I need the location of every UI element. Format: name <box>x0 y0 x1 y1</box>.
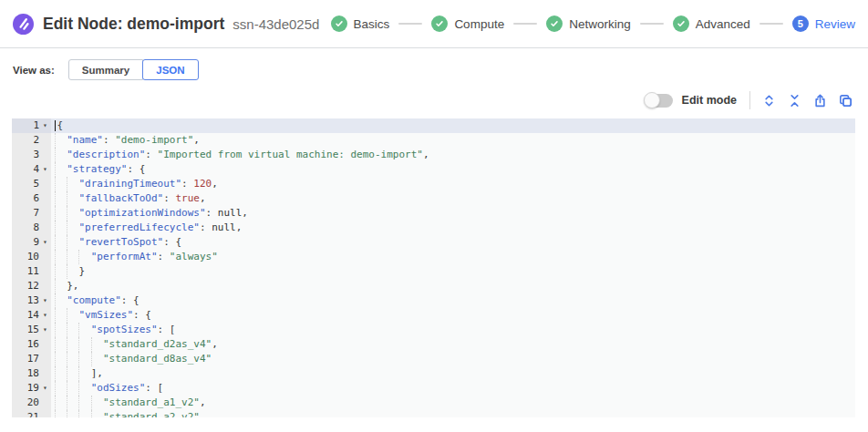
indent-guide <box>55 366 67 381</box>
token-punct: : <box>158 251 170 262</box>
fold-caret-icon[interactable]: ▾ <box>39 308 51 323</box>
view-as-summary-button[interactable]: Summary <box>68 59 143 80</box>
token-punct: : { <box>133 309 151 321</box>
code-line[interactable]: 20"standard_a1_v2", <box>12 396 855 410</box>
code-text: "compute": { <box>51 293 855 308</box>
line-number-gutter: 8 <box>12 221 51 235</box>
token-key: "optimizationWindows" <box>78 207 205 219</box>
line-number-gutter[interactable]: 1▾ <box>12 118 51 133</box>
stepper-step-compute[interactable]: Compute <box>431 15 504 32</box>
code-line[interactable]: 19▾"odSizes": [ <box>12 381 855 396</box>
copy-icon[interactable] <box>838 93 853 108</box>
view-as-row: View as: SummaryJSON <box>0 59 868 80</box>
token-punct: : <box>200 221 212 233</box>
line-number-gutter[interactable]: 15▾ <box>12 323 51 337</box>
indent-guide <box>67 337 78 352</box>
indent-guide <box>91 410 103 417</box>
token-punct: : <box>206 207 218 219</box>
stepper-step-review[interactable]: 5Review <box>792 15 855 32</box>
step-label: Advanced <box>696 17 750 31</box>
editor-toolbar: Edit mode <box>0 89 868 111</box>
code-line[interactable]: 8"preferredLifecycle": null, <box>12 221 855 235</box>
indent-guide <box>67 308 78 323</box>
step-check-icon <box>431 15 448 32</box>
indent-guide <box>55 396 67 410</box>
fold-caret-icon[interactable]: ▾ <box>39 381 51 396</box>
indent-guide <box>91 337 103 352</box>
code-text: "odSizes": [ <box>51 381 855 396</box>
code-line[interactable]: 11} <box>12 264 855 279</box>
step-check-icon <box>673 15 689 32</box>
indent-guide <box>55 235 67 250</box>
spot-logo-icon <box>13 14 34 35</box>
line-number-gutter: 17 <box>12 352 51 366</box>
code-line[interactable]: 4▾"strategy": { <box>12 162 855 177</box>
step-label: Compute <box>454 17 504 31</box>
indent-guide <box>78 410 90 417</box>
line-number-gutter[interactable]: 9▾ <box>12 235 51 250</box>
token-punct: : <box>145 149 157 160</box>
token-str: "Imported from virtual machine: demo-imp… <box>158 149 423 160</box>
code-line[interactable]: 2"name": "demo-import", <box>12 133 855 148</box>
code-line[interactable]: 9▾"revertToSpot": { <box>12 235 855 250</box>
view-as-json-button[interactable]: JSON <box>142 59 198 80</box>
line-number: 8 <box>33 221 39 235</box>
expand-all-icon[interactable] <box>761 93 777 108</box>
code-line[interactable]: 5"drainingTimeout": 120, <box>12 177 855 191</box>
code-text: "description": "Imported from virtual ma… <box>51 148 855 162</box>
line-number: 14 <box>27 308 39 323</box>
edit-mode-toggle[interactable] <box>645 94 673 108</box>
code-line[interactable]: 12}, <box>12 279 855 293</box>
code-line[interactable]: 6"fallbackToOd": true, <box>12 191 855 206</box>
fold-caret-icon[interactable]: ▾ <box>39 293 51 308</box>
code-line[interactable]: 10"performAt": "always" <box>12 250 855 264</box>
token-null: null <box>212 221 236 233</box>
indent-guide <box>67 352 78 366</box>
stepper-step-advanced[interactable]: Advanced <box>673 15 750 32</box>
code-line[interactable]: 18], <box>12 366 855 381</box>
code-line[interactable]: 13▾"compute": { <box>12 293 855 308</box>
token-punct: , <box>212 338 218 350</box>
header: Edit Node: demo-import ssn-43de025d Basi… <box>0 0 868 48</box>
indent-guide <box>55 410 67 417</box>
stepper-connector <box>398 23 422 25</box>
line-number-gutter[interactable]: 4▾ <box>12 162 51 177</box>
line-number: 6 <box>33 191 39 206</box>
line-number-gutter[interactable]: 14▾ <box>12 308 51 323</box>
code-line[interactable]: 21"standard_a2_v2" <box>12 410 855 417</box>
code-line[interactable]: 14▾"vmSizes": { <box>12 308 855 323</box>
code-line[interactable]: 16"standard_d2as_v4", <box>12 337 855 352</box>
indent-guide <box>67 264 78 279</box>
step-label: Networking <box>569 17 631 31</box>
line-number: 3 <box>33 148 39 162</box>
line-number-gutter: 20 <box>12 396 51 410</box>
fold-caret-icon[interactable]: ▾ <box>39 118 51 133</box>
code-line[interactable]: 15▾"spotSizes": [ <box>12 323 855 337</box>
line-number-gutter[interactable]: 13▾ <box>12 293 51 308</box>
fold-caret-icon[interactable]: ▾ <box>39 162 51 177</box>
line-number: 16 <box>27 337 39 352</box>
fold-caret-icon[interactable]: ▾ <box>39 323 51 337</box>
token-punct: , <box>242 207 248 219</box>
indent-guide <box>55 177 67 191</box>
step-label: Review <box>815 17 855 31</box>
code-line[interactable]: 17"standard_d8as_v4" <box>12 352 855 366</box>
token-punct: : { <box>121 294 140 306</box>
indent-guide <box>55 250 67 264</box>
indent-guide <box>55 279 67 293</box>
line-number-gutter: 12 <box>12 279 51 293</box>
line-number: 15 <box>27 323 39 337</box>
json-editor[interactable]: 1▾{2"name": "demo-import",3"description"… <box>12 118 855 417</box>
code-line[interactable]: 7"optimizationWindows": null, <box>12 206 855 221</box>
code-line[interactable]: 3"description": "Imported from virtual m… <box>12 148 855 162</box>
indent-guide <box>67 177 78 191</box>
collapse-all-icon[interactable] <box>787 93 802 108</box>
stepper-step-networking[interactable]: Networking <box>546 15 631 32</box>
line-number-gutter[interactable]: 19▾ <box>12 381 51 396</box>
code-text: "standard_d8as_v4" <box>51 352 855 366</box>
code-line[interactable]: 1▾{ <box>12 118 855 133</box>
indent-guide <box>55 352 67 366</box>
fold-caret-icon[interactable]: ▾ <box>39 235 51 250</box>
export-icon[interactable] <box>812 93 828 108</box>
stepper-step-basics[interactable]: Basics <box>331 15 390 32</box>
